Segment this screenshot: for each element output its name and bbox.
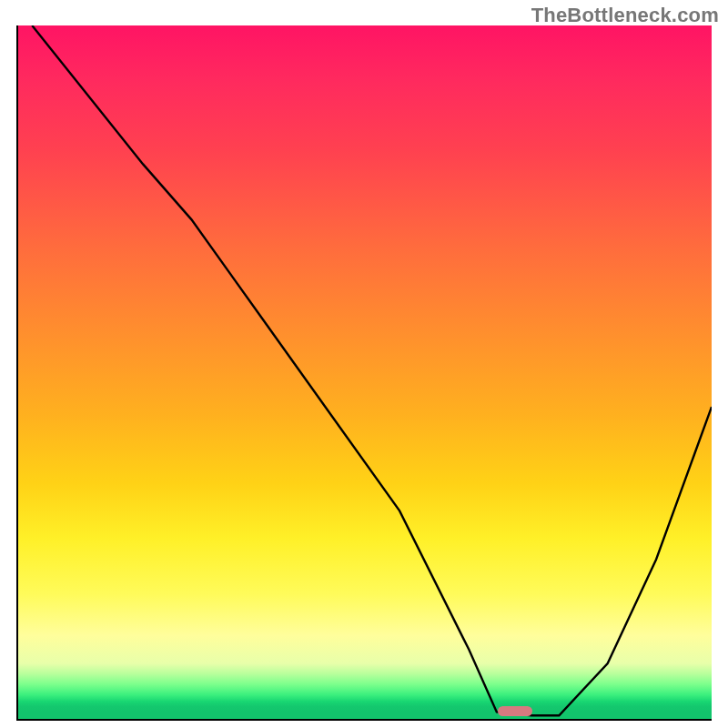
chart-container: TheBottleneck.com bbox=[0, 0, 728, 728]
curve-path bbox=[32, 25, 712, 715]
plot-area bbox=[16, 25, 712, 721]
bottleneck-curve bbox=[18, 25, 712, 719]
watermark-text: TheBottleneck.com bbox=[531, 4, 719, 27]
optimal-marker bbox=[498, 706, 532, 716]
